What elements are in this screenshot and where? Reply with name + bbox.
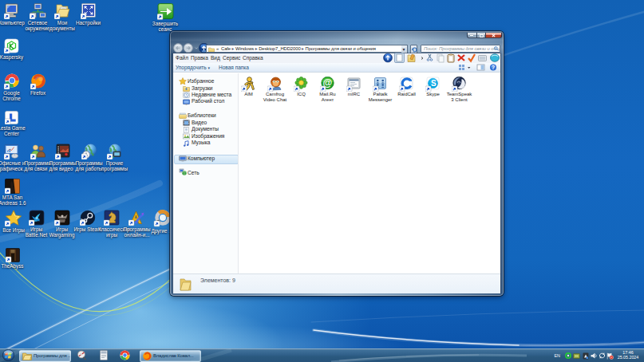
svg-text:S: S	[431, 79, 437, 88]
svg-text:?: ?	[492, 65, 495, 70]
